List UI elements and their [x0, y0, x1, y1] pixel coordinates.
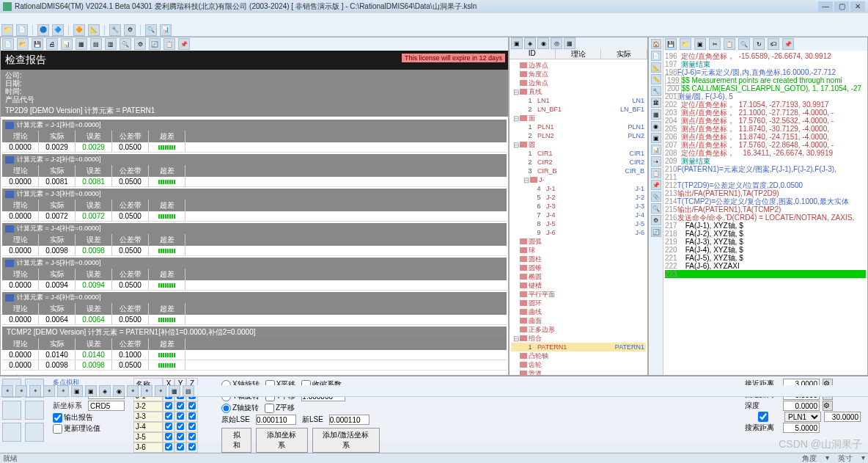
output-report-check[interactable] — [53, 413, 62, 423]
close-button[interactable]: ✕ — [850, 1, 865, 12]
feature-tree-panel: ▣ ◈ ◉ ◎ ▦ ID理论实际 边界点角度点边角点⊟直线1LN1LN12LN_… — [509, 37, 648, 376]
tool-icon[interactable]: ⇢ — [651, 156, 661, 167]
coord-icon[interactable]: ⌖ — [1, 385, 13, 397]
tool-icon[interactable]: ▣ — [651, 133, 661, 143]
tool-icon[interactable]: ⌖ — [155, 385, 166, 397]
code-editor[interactable]: 196 定位/直角坐标， -15.6589, -26.6674, 30.9912… — [663, 51, 867, 375]
tool-icon[interactable]: 🔍 — [145, 24, 157, 36]
tool-icon[interactable]: 🔍 — [119, 38, 131, 50]
cube-icon[interactable]: ▣ — [85, 385, 97, 397]
tool-icon[interactable]: ◈ — [99, 385, 111, 397]
tool-icon[interactable]: ◉ — [651, 121, 661, 131]
coord-icon[interactable]: ⌖ — [15, 385, 27, 397]
pln-check[interactable] — [745, 412, 781, 422]
tool-icon[interactable]: 📋 — [651, 168, 661, 178]
coord-icon[interactable]: ⌖ — [29, 385, 41, 397]
tool-icon[interactable]: 🏛 — [651, 98, 661, 108]
feature-tree[interactable]: 边界点角度点边角点⊟直线1LN1LN12LN_BF1LN_BF1⊟面1PLN1P… — [510, 59, 647, 375]
tool-icon[interactable]: 📌 — [782, 38, 794, 50]
tool-icon[interactable]: 📌 — [651, 180, 661, 190]
tool-icon[interactable]: ◈ — [524, 37, 536, 49]
print-icon[interactable]: 🖨 — [46, 38, 58, 50]
tool-icon[interactable]: 🔄 — [149, 38, 161, 50]
report-meta: 公司: 日期: 时间: 产品代号 — [1, 70, 508, 105]
tool-icon[interactable]: 📎 — [651, 192, 661, 202]
tool-icon[interactable]: 📋 — [163, 38, 175, 50]
tool-icon[interactable]: ⚙ — [134, 38, 146, 50]
tool-icon[interactable]: 📐 — [88, 24, 100, 36]
tool-icon[interactable]: ▤ — [90, 38, 102, 50]
tool-icon[interactable]: 📐 — [651, 62, 661, 73]
save-icon[interactable]: 💾 — [665, 38, 677, 50]
tool-icon[interactable]: ◉ — [537, 37, 549, 49]
tool-icon[interactable]: ▦ — [564, 37, 575, 49]
new-icon[interactable]: 📄 — [2, 38, 14, 50]
pln-value-input[interactable] — [824, 412, 861, 422]
tool-icon[interactable]: ▦ — [169, 385, 180, 397]
tool-icon[interactable]: ▣ — [694, 38, 706, 50]
home-icon[interactable]: 🏠 — [651, 39, 661, 49]
tool-icon[interactable]: ▥ — [105, 38, 117, 50]
add-crd-button[interactable]: 添加坐标系 — [256, 428, 307, 453]
tool-icon[interactable]: 📋 — [724, 38, 735, 50]
excel-icon[interactable]: 📊 — [61, 38, 73, 50]
ztr-check[interactable] — [265, 404, 274, 413]
tool-icon[interactable]: 📁 — [680, 38, 691, 50]
activate-crd-button[interactable]: 添加/激活坐标系 — [312, 428, 380, 453]
tool-icon[interactable]: 📏 — [651, 74, 661, 84]
tool-icon[interactable]: 🔍 — [738, 38, 750, 50]
min-button[interactable]: — — [818, 1, 833, 12]
tool-icon[interactable]: 📊 — [160, 24, 172, 36]
big-button[interactable] — [25, 401, 44, 420]
tool-icon[interactable]: ↻ — [753, 38, 765, 50]
tool-icon[interactable]: 🔍 — [651, 203, 661, 214]
depth-input[interactable] — [783, 401, 820, 411]
report-header: 检查报告 This license will expire in 12 days — [1, 51, 508, 70]
tool-icon[interactable]: ◉ — [113, 385, 125, 397]
tool-icon[interactable]: 📁 — [1, 24, 13, 36]
update-theory-check[interactable] — [53, 424, 62, 434]
tool-icon[interactable]: 🔷 — [52, 24, 64, 36]
tool-icon[interactable]: ◎ — [551, 37, 562, 49]
pln-select[interactable]: PLN1 — [784, 412, 821, 422]
coord-icon[interactable]: ⌖ — [43, 385, 55, 397]
nle-input[interactable] — [329, 415, 369, 425]
tool-icon[interactable]: ▦ — [76, 38, 87, 50]
cube-icon[interactable]: ▣ — [71, 385, 83, 397]
tool-icon[interactable]: ⚙ — [651, 215, 661, 225]
tool-icon[interactable]: ⚙ — [124, 24, 136, 36]
tool-icon[interactable]: ⌖ — [141, 385, 152, 397]
cube-icon[interactable]: ▣ — [511, 37, 523, 49]
code-toolbar: 💾 📁 ▣ ✂ 📋 🔍 ↻ 🏷 📌 — [663, 37, 867, 51]
report-toolbar: 📄 📂 💾 🖨 📊 ▦ ▤ ▥ 🔍 ⚙ 🔄 📋 📌 — [1, 37, 508, 51]
tool-icon[interactable]: ✂ — [709, 38, 721, 50]
tool-icon[interactable]: ▦ — [651, 109, 661, 120]
tool-icon[interactable]: 📌 — [178, 38, 190, 50]
tree-header: ID理论实际 — [510, 49, 647, 59]
big-button[interactable] — [25, 423, 44, 442]
tool-icon[interactable]: 🔄 — [651, 227, 661, 237]
save-icon[interactable]: 💾 — [32, 38, 43, 50]
open-icon[interactable]: 📂 — [17, 38, 29, 50]
big-button[interactable] — [2, 401, 21, 420]
tool-icon[interactable]: ▤ — [183, 385, 194, 397]
tool-icon[interactable]: 🔧 — [109, 24, 121, 36]
zrot-radio[interactable] — [221, 404, 231, 413]
max-button[interactable]: ▢ — [834, 1, 849, 12]
tool-icon[interactable]: 🏷 — [768, 38, 779, 50]
tool-icon[interactable]: 🔧 — [651, 86, 661, 96]
tool-icon[interactable]: 📊 — [651, 145, 661, 155]
fit-button[interactable]: 拟和 — [221, 428, 251, 453]
tool-icon[interactable]: 🔵 — [37, 24, 49, 36]
tool-icon[interactable]: ⌖ — [127, 385, 139, 397]
coord-icon[interactable]: ⌖ — [57, 385, 69, 397]
big-button[interactable] — [2, 423, 21, 442]
main-toolbar: 📁 📄 🔵 🔷 🔶 📐 🔧 ⚙ 🔍 📊 — [0, 23, 868, 37]
tool-icon[interactable]: 📄 — [16, 24, 28, 36]
search-dist-input[interactable] — [783, 423, 820, 433]
tool-icon[interactable]: 🔶 — [73, 24, 85, 36]
gear-icon[interactable]: ⚙ — [823, 401, 833, 411]
newcrd-input[interactable] — [88, 401, 125, 411]
ole-input[interactable] — [256, 415, 296, 425]
tool-icon[interactable]: 📄 — [651, 51, 661, 61]
